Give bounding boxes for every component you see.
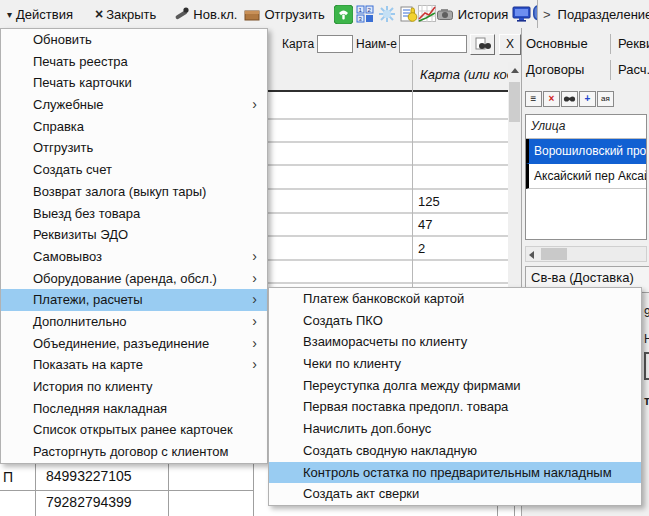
scroll-up-icon[interactable]	[511, 68, 519, 73]
menu-item-create-invoice[interactable]: Создать счет	[1, 159, 267, 181]
phone-row-flag: П	[3, 469, 13, 485]
camera-icon[interactable]	[436, 5, 454, 23]
submenu-item-add-bonus[interactable]: Начислить доп.бонус	[269, 418, 641, 440]
close-label: Закрыть	[106, 7, 156, 22]
menu-item-show-on-map[interactable]: Показать на карте›	[1, 354, 267, 376]
actions-label: Действия	[16, 7, 73, 22]
submenu-item-card-payment[interactable]: Платеж банковской картой	[269, 288, 641, 310]
delivery-properties-label: Св-ва (Доставка)	[531, 270, 634, 285]
actions-menu-button[interactable]: ▾ Действия	[4, 2, 76, 26]
vscroll-thumb[interactable]	[509, 82, 520, 122]
address-row[interactable]: Аксайский пер Аксай	[526, 164, 646, 189]
chevron-right-icon: >	[543, 7, 551, 22]
close-button[interactable]: × Закрыть	[92, 2, 159, 26]
menu-item-client-history[interactable]: История по клиенту	[1, 376, 267, 398]
submenu-item-first-prepaid-delivery[interactable]: Первая поставка предопл. товара	[269, 396, 641, 418]
menu-item-trip-no-goods[interactable]: Выезд без товара	[1, 203, 267, 225]
monitor-icon[interactable]	[512, 5, 530, 23]
payments-submenu: Платеж банковской картой Создать ПКО Вза…	[268, 287, 642, 506]
search-list-button[interactable]	[561, 91, 578, 107]
app-window: ▾ Действия × Закрыть Нов.кл. Отгрузить	[0, 0, 649, 516]
numbers-grid-icon[interactable]: 1 2 3	[356, 5, 374, 23]
menu-item-terminate-contract[interactable]: Расторгнуть договор с клиентом	[1, 441, 267, 463]
submenu-arrow-icon: ›	[252, 333, 257, 355]
menu-item-refresh[interactable]: Обновить	[1, 29, 267, 51]
menu-item-equipment[interactable]: Оборудование (аренда, обсл.)›	[1, 268, 267, 290]
close-x-icon: ×	[95, 6, 103, 22]
submenu-item-balance-control[interactable]: Контроль остатка по предварительным накл…	[269, 462, 641, 484]
menu-item-last-waybill[interactable]: Последняя накладная	[1, 398, 267, 420]
menu-item-pickup[interactable]: Самовывоз›	[1, 246, 267, 268]
submenu-item-client-receipts[interactable]: Чеки по клиенту	[269, 353, 641, 375]
submenu-item-reconciliation-act[interactable]: Создать акт сверки	[269, 483, 641, 505]
address-row-selected[interactable]: Ворошиловский прос	[526, 139, 646, 164]
menu-item-print-card[interactable]: Печать карточки	[1, 72, 267, 94]
name-filter-label: Наим-е	[356, 37, 397, 51]
filter-bar: Карта Наим-е X	[268, 28, 521, 60]
card-filter-input[interactable]	[317, 35, 353, 53]
grid-cell-card[interactable]: 47	[418, 217, 432, 232]
scroll-left-icon[interactable]	[529, 251, 534, 259]
package-icon	[243, 5, 261, 23]
street-column-header[interactable]: Улица	[526, 115, 646, 139]
wrench-icon	[172, 5, 190, 23]
clipped-text-fragment: т.	[644, 394, 649, 408]
menu-item-service[interactable]: Служебные›	[1, 94, 267, 116]
clear-filter-label: X	[506, 37, 514, 51]
menu-item-deposit-return[interactable]: Возврат залога (выкуп тары)	[1, 181, 267, 203]
tab-requisites[interactable]: Рекви	[618, 34, 649, 54]
subdivision-title: Подразделение	[558, 7, 649, 22]
submenu-item-debt-transfer[interactable]: Переуступка долга между фирмами	[269, 375, 641, 397]
grid-cell-card[interactable]: 2	[418, 241, 425, 256]
clipped-text-fragment: НТ	[644, 332, 649, 346]
hscroll-thumb[interactable]	[541, 248, 567, 260]
menu-item-edo-requisites[interactable]: Реквизиты ЭДО	[1, 224, 267, 246]
tab-settlements[interactable]: Расч.	[618, 60, 649, 80]
menu-item-help[interactable]: Справка	[1, 116, 267, 138]
clipped-text-fragment: 9	[644, 306, 649, 320]
submenu-item-create-pko[interactable]: Создать ПКО	[269, 310, 641, 332]
menu-item-opened-cards-list[interactable]: Список открытых ранее карточек	[1, 419, 267, 441]
menu-item-merge-split[interactable]: Объединение, разъединение›	[1, 333, 267, 355]
menu-item-payments[interactable]: Платежи, расчеты›	[1, 289, 267, 311]
internet-globe-icon[interactable]	[378, 5, 396, 23]
subdivision-header-bar[interactable]: > Подразделение	[537, 0, 649, 28]
list-lines-icon: ≡	[531, 93, 537, 104]
grid-cell-card[interactable]: 125	[418, 194, 440, 209]
list-button[interactable]: ≡	[525, 91, 542, 107]
add-button[interactable]: +	[579, 91, 596, 107]
clear-filter-button[interactable]: X	[499, 34, 521, 55]
tab-divider	[610, 34, 611, 54]
card-column-header[interactable]: Карта (или код	[420, 67, 514, 82]
submenu-item-settlements[interactable]: Взаиморасчеты по клиенту	[269, 331, 641, 353]
phone-number-cell[interactable]: 79282794399	[46, 494, 132, 510]
dropdown-arrow-icon: ▾	[7, 9, 12, 20]
ship-label: Отгрузить	[264, 7, 324, 22]
submenu-arrow-icon: ›	[252, 246, 257, 268]
actions-context-menu: Обновить Печать реестра Печать карточки …	[0, 28, 268, 464]
name-filter-input[interactable]	[399, 35, 467, 53]
tab-main[interactable]: Основные	[526, 34, 588, 54]
search-button[interactable]	[470, 34, 495, 55]
note-hand-icon[interactable]	[400, 5, 418, 23]
new-client-button[interactable]: Нов.кл.	[169, 2, 240, 26]
menu-item-additional[interactable]: Дополнительно›	[1, 311, 267, 333]
sort-button[interactable]: ая	[597, 91, 614, 107]
tab-contracts[interactable]: Договоры	[526, 60, 584, 80]
history-button[interactable]: История	[458, 7, 508, 22]
submenu-arrow-icon: ›	[252, 289, 257, 311]
phone-icon[interactable]	[334, 5, 352, 23]
binoculars-icon	[563, 92, 576, 104]
menu-item-print-register[interactable]: Печать реестра	[1, 51, 267, 73]
sort-letters-icon: ая	[601, 94, 610, 103]
delete-button[interactable]: ×	[543, 91, 560, 107]
chart-icon[interactable]	[418, 5, 436, 23]
phone-number-cell[interactable]: 84993227105	[46, 468, 132, 484]
menu-item-ship[interactable]: Отгрузить	[1, 137, 267, 159]
submenu-item-summary-waybill[interactable]: Создать сводную накладную	[269, 440, 641, 462]
binoculars-icon	[475, 37, 491, 51]
address-grid-hscrollbar[interactable]	[525, 246, 647, 262]
delete-cross-icon: ×	[549, 93, 555, 104]
ship-button[interactable]: Отгрузить	[240, 2, 327, 26]
submenu-arrow-icon: ›	[252, 354, 257, 376]
